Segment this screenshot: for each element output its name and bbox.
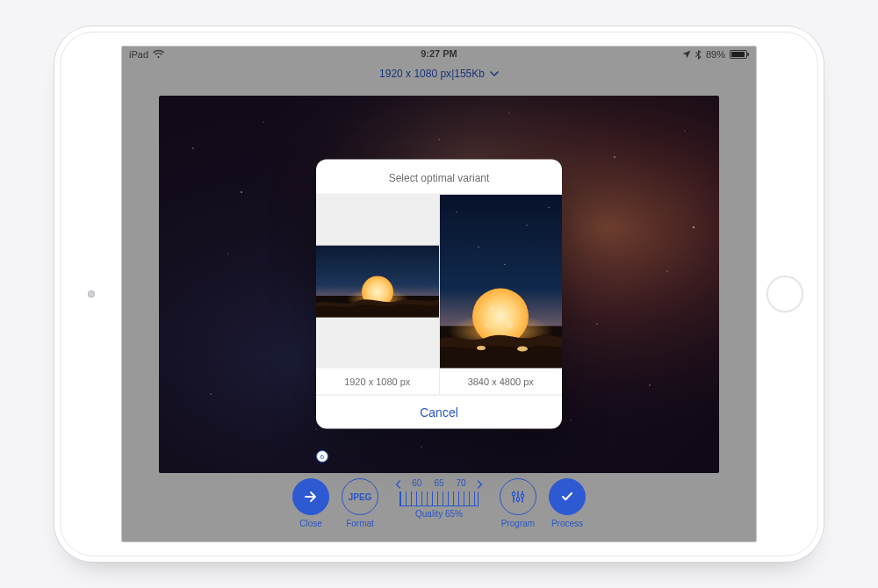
format-button[interactable]: JPEG Format: [342, 478, 378, 528]
variant-modal: Select optimal variant: [316, 160, 562, 429]
quality-slider[interactable]: 60 65 70 Quality 65%: [391, 478, 487, 519]
svg-point-43: [549, 207, 550, 208]
variant-list: 1920 x 1080 px: [316, 193, 562, 395]
tool-label: Program: [501, 519, 535, 528]
program-button[interactable]: Program: [500, 478, 536, 528]
screen: iPad 9:27 PM 89%: [121, 46, 757, 542]
cancel-button[interactable]: Cancel: [316, 395, 562, 429]
thumbnail-art: [440, 195, 563, 369]
sliders-icon: [500, 478, 536, 515]
close-button[interactable]: 6 Close: [292, 478, 329, 528]
quality-tick: 65: [434, 478, 443, 488]
svg-point-47: [516, 498, 519, 500]
tool-label: Quality 65%: [415, 509, 463, 519]
svg-point-42: [527, 225, 528, 226]
process-button[interactable]: Process: [549, 478, 586, 528]
toolbar: 6 Close JPEG Format 6: [122, 478, 756, 536]
quality-tick: 60: [412, 478, 421, 488]
svg-point-37: [506, 321, 513, 328]
modal-title: Select optimal variant: [316, 160, 562, 193]
chevron-right-icon: [477, 480, 484, 489]
quality-tick: 70: [457, 478, 466, 488]
variant-option[interactable]: 1920 x 1080 px: [316, 194, 440, 395]
svg-point-45: [505, 264, 506, 265]
format-value: JPEG: [349, 492, 372, 502]
tool-label: Close: [299, 519, 322, 528]
variant-option[interactable]: 3840 x 4800 px: [440, 194, 563, 395]
svg-point-46: [512, 492, 515, 495]
front-camera: [88, 290, 95, 298]
variant-thumbnail: [316, 195, 439, 369]
home-button[interactable]: [767, 276, 802, 312]
close-badge: 6: [316, 450, 328, 463]
svg-point-44: [479, 247, 479, 247]
format-pill: JPEG: [342, 478, 378, 515]
quality-ruler: [399, 491, 479, 506]
ipad-frame: iPad 9:27 PM 89%: [54, 26, 824, 562]
chevron-left-icon: [395, 480, 402, 489]
variant-thumbnail: [440, 195, 563, 369]
check-icon: [549, 478, 586, 515]
tool-label: Process: [551, 519, 583, 528]
svg-point-38: [486, 323, 490, 327]
svg-point-39: [477, 346, 486, 350]
variant-label: 1920 x 1080 px: [316, 369, 439, 395]
tool-label: Format: [346, 519, 374, 528]
variant-label: 3840 x 4800 px: [440, 369, 563, 395]
svg-point-36: [489, 306, 494, 312]
svg-point-40: [517, 347, 528, 352]
svg-point-41: [457, 212, 457, 212]
thumbnail-art: [316, 246, 439, 318]
arrow-right-icon: [292, 478, 329, 515]
svg-point-48: [521, 494, 523, 497]
